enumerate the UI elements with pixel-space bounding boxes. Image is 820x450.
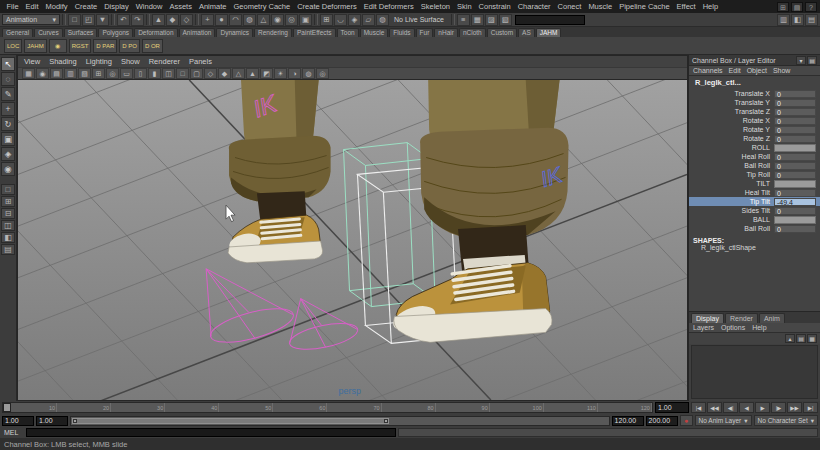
shelf-tab[interactable]: JAHM (536, 28, 562, 37)
menu-item[interactable]: Display (101, 2, 133, 11)
channel-row[interactable]: Ball Roll 0 (689, 224, 820, 233)
layout-four-pane-button[interactable]: ⊞ (1, 196, 15, 207)
channel-row[interactable]: Ball Roll 0 (689, 161, 820, 170)
menu-item[interactable]: Create Deformers (294, 2, 361, 11)
channel-row[interactable]: Heal Tilt 0 (689, 188, 820, 197)
layer-editor-menu-item[interactable]: Options (721, 324, 745, 331)
workspace-icon[interactable]: ⊞ (777, 2, 789, 12)
channel-row[interactable]: Translate Z 0 (689, 107, 820, 116)
soft-mod-tool[interactable]: ◉ (1, 162, 15, 176)
step-back-frame-button[interactable]: ◀◀ (707, 402, 722, 413)
shelf-dpo-button[interactable]: D PO (119, 39, 140, 53)
time-slider[interactable]: 102030405060708090100110120 (2, 402, 653, 413)
select-object-icon[interactable]: ◆ (166, 14, 179, 26)
shelf-tab[interactable]: PaintEffects (293, 28, 336, 37)
construction-history-icon[interactable]: ≡ (457, 14, 470, 26)
channel-value-field[interactable]: 0 (774, 153, 816, 161)
shelf-dor-button[interactable]: D OR (142, 39, 163, 53)
channel-row[interactable]: Tip Roll 0 (689, 170, 820, 179)
channel-box-menu-item[interactable]: Object (747, 67, 767, 74)
menu-item[interactable]: Help (699, 2, 721, 11)
channel-value-field[interactable]: 0 (774, 225, 816, 233)
statusline-separator[interactable] (62, 14, 66, 25)
channel-value-field[interactable]: 0 (774, 99, 816, 107)
shelf-tab[interactable]: Animation (179, 28, 216, 37)
bookmarks-icon[interactable]: ▥ (64, 68, 77, 79)
channel-row[interactable]: Rotate X 0 (689, 116, 820, 125)
resolution-gate-icon[interactable]: ▯ (134, 68, 147, 79)
hotbox-toggle-icon[interactable]: ▤ (791, 2, 803, 12)
channel-row[interactable]: Rotate Y 0 (689, 125, 820, 134)
move-tool[interactable]: + (1, 102, 15, 116)
channel-box-menu-item[interactable]: Edit (729, 67, 741, 74)
layout-single-pane-button[interactable]: □ (1, 184, 15, 195)
channel-row[interactable]: Sides Tilt 0 (689, 206, 820, 215)
auto-key-button[interactable]: ● (680, 415, 693, 426)
step-back-key-button[interactable]: ◀| (723, 402, 738, 413)
channel-row[interactable]: TILT (689, 179, 820, 188)
select-camera-icon[interactable]: ▦ (22, 68, 35, 79)
undo-icon[interactable]: ↶ (117, 14, 130, 26)
layout-two-side-button[interactable]: ◫ (1, 220, 15, 231)
rotate-tool[interactable]: ↻ (1, 117, 15, 131)
open-scene-icon[interactable]: ◰ (82, 14, 95, 26)
menu-item[interactable]: Create (71, 2, 101, 11)
channel-value-field[interactable]: 0 (774, 207, 816, 215)
channel-value-field[interactable] (774, 180, 816, 188)
menu-item[interactable]: File (3, 2, 22, 11)
xray-icon[interactable]: ◍ (302, 68, 315, 79)
film-gate-icon[interactable]: ▭ (120, 68, 133, 79)
menu-item[interactable]: Character (514, 2, 554, 11)
shelf-tab[interactable]: Fluids (389, 28, 414, 37)
channel-value-field[interactable]: -49.4 (774, 198, 816, 206)
current-time-marker[interactable] (3, 403, 11, 412)
ipr-render-icon[interactable]: ▨ (485, 14, 498, 26)
new-layer-from-selected-icon[interactable]: ▦ (807, 334, 817, 343)
new-scene-icon[interactable]: □ (68, 14, 81, 26)
shelf-tab[interactable]: Curves (34, 28, 63, 37)
channel-row[interactable]: Translate X 0 (689, 89, 820, 98)
attribute-editor-toggle-icon[interactable]: ▥ (777, 14, 790, 26)
current-time-field[interactable]: 1.00 (655, 402, 689, 413)
statusline-separator[interactable] (146, 14, 150, 25)
shape-node-name[interactable]: R_legIk_ctlShape (689, 244, 820, 253)
step-forward-key-button[interactable]: |▶ (771, 402, 786, 413)
universal-manipulator-tool[interactable]: ◈ (1, 147, 15, 161)
menu-item[interactable]: Skeleton (417, 2, 453, 11)
save-scene-icon[interactable]: ▼ (96, 14, 109, 26)
select-deformers-icon[interactable]: △ (257, 14, 270, 26)
panel-menu-item[interactable]: Panels (189, 57, 212, 66)
safe-title-icon[interactable]: ▢ (190, 68, 203, 79)
playback-start-field[interactable]: 1.00 (36, 416, 68, 426)
menu-item[interactable]: Effect (673, 2, 699, 11)
safe-action-icon[interactable]: □ (176, 68, 189, 79)
channel-row[interactable]: Heal Roll 0 (689, 152, 820, 161)
shelf-tab[interactable]: nCloth (459, 28, 486, 37)
layer-editor-tab[interactable]: Display (691, 313, 724, 323)
lasso-tool[interactable]: ◌ (1, 72, 15, 86)
select-dynamics-icon[interactable]: ◉ (271, 14, 284, 26)
layout-outliner-persp-button[interactable]: ◧ (1, 232, 15, 243)
select-misc-icon[interactable]: ▣ (299, 14, 312, 26)
layer-editor-menu-item[interactable]: Help (752, 324, 766, 331)
image-plane-icon[interactable]: ▧ (78, 68, 91, 79)
range-handle-right[interactable] (384, 419, 388, 423)
shelf-tab[interactable]: General (2, 28, 33, 37)
play-forward-button[interactable]: ▶ (755, 402, 770, 413)
character-set-menu[interactable]: No Character Set▾ (754, 415, 818, 426)
select-curves-icon[interactable]: ◠ (229, 14, 242, 26)
animation-start-field[interactable]: 1.00 (2, 416, 34, 426)
menu-set-selector[interactable]: Animation ▾ (2, 14, 60, 25)
shadows-icon[interactable]: ◑ (288, 68, 301, 79)
select-handles-icon[interactable]: + (201, 14, 214, 26)
channel-row[interactable]: Tip Tilt -49.4 (689, 197, 820, 206)
select-tool[interactable]: ↖ (1, 57, 15, 71)
layer-editor-tab[interactable]: Render (725, 313, 758, 323)
menu-item[interactable]: Edit (22, 2, 42, 11)
command-line-input[interactable] (26, 428, 396, 437)
channel-value-field[interactable]: 0 (774, 126, 816, 134)
panel-menu-item[interactable]: Show (121, 57, 140, 66)
render-current-frame-icon[interactable]: ▦ (471, 14, 484, 26)
scale-tool[interactable]: ▣ (1, 132, 15, 146)
move-layer-up-icon[interactable]: ▴ (785, 334, 795, 343)
